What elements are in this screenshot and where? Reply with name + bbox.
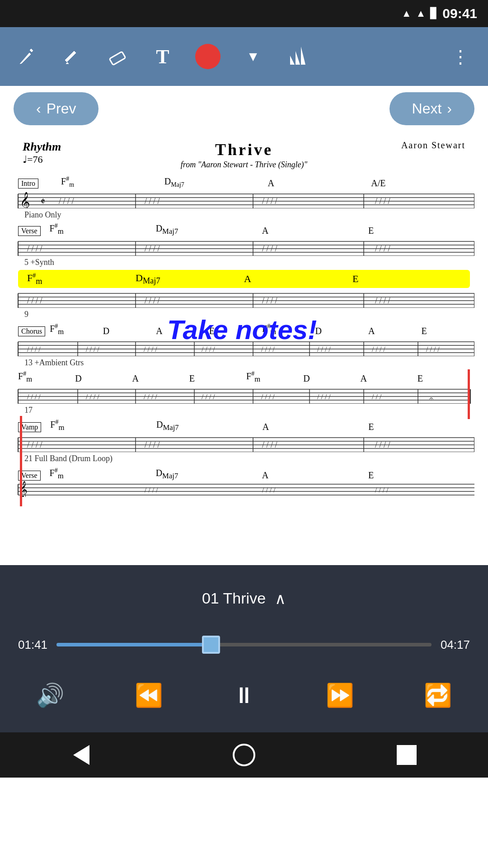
verse1-label: Verse — [18, 226, 41, 236]
controls-row: 🔊 ⏪ ⏸ ⏩ 🔁 — [18, 682, 470, 708]
svg-text:/ / / /: / / / / — [145, 486, 158, 494]
progress-thumb[interactable] — [202, 636, 220, 654]
svg-text:/ / / /: / / / / — [262, 197, 277, 206]
back-nav-button[interactable] — [68, 741, 95, 769]
song-info: Thrive from "Aaron Stewart - Thrive (Sin… — [181, 140, 307, 170]
highlight-chord-row: F#m DMaj7 A E — [18, 270, 470, 288]
text-icon[interactable]: T — [149, 43, 176, 70]
progress-row: 01:41 04:17 — [18, 638, 470, 652]
verse1-sublabel: 5 +Synth — [14, 258, 474, 267]
hl-chord-f: F#m — [27, 272, 136, 286]
audio-level-icon[interactable] — [285, 43, 312, 70]
progress-track[interactable] — [56, 643, 432, 646]
intro-sublabel: Piano Only — [14, 210, 474, 220]
svg-text:/ / / /: / / / / — [317, 393, 331, 401]
pause-button[interactable]: ⏸ — [233, 682, 255, 708]
intro-chord-d: DMaj7 — [164, 176, 268, 189]
volume-button[interactable]: 🔊 — [36, 682, 64, 708]
svg-text:/ / / /: / / / / — [144, 393, 157, 401]
player-expand-icon[interactable]: ∧ — [275, 590, 286, 608]
svg-text:/ / / /: / / / / — [27, 345, 41, 353]
player-bar: 01 Thrive ∧ 01:41 04:17 🔊 ⏪ ⏸ ⏩ 🔁 — [0, 565, 488, 732]
intro-chord-ae: A/E — [371, 178, 474, 189]
chorus-label: Chorus — [18, 326, 45, 336]
recent-nav-button[interactable] — [393, 741, 420, 769]
dropdown-icon[interactable]: ▼ — [239, 43, 267, 70]
v2-d: DMaj7 — [156, 468, 262, 481]
svg-text:/ / / /: / / / / — [375, 244, 390, 253]
v2-a: A — [262, 470, 368, 481]
battery-icon: ▊ — [430, 8, 438, 19]
svg-marker-1 — [290, 56, 295, 65]
svg-text:/ / / /: / / / / — [144, 345, 157, 353]
verse2-staff: 𝄞 / / / / / / / / / / / / — [14, 481, 474, 497]
svg-text:𝄐: 𝄐 — [429, 395, 433, 402]
prev-button[interactable]: ‹ Prev — [14, 92, 99, 125]
verse1-chord-row: Verse F#m DMaj7 A E — [14, 222, 474, 236]
forward-button[interactable]: ⏩ — [326, 682, 354, 708]
song-subtitle: from "Aaron Stewart - Thrive (Single)" — [181, 160, 307, 170]
highlight-staff: / / / / / / / / / / / / / / / / — [14, 288, 474, 308]
verse1-section: Verse F#m DMaj7 A E / / / / / / / / / / — [14, 222, 474, 267]
hl-chord-a: A — [244, 273, 352, 285]
rewind-button[interactable]: ⏪ — [135, 682, 163, 708]
svg-text:/ / / /: / / / / — [59, 197, 74, 206]
ch2-a2: A — [361, 373, 418, 384]
chorus-section: Chorus F#m D A E F#m D A E — [14, 322, 474, 368]
repeat-button[interactable]: 🔁 — [424, 682, 452, 708]
svg-text:/ / / /: / / / / — [145, 440, 160, 449]
svg-text:/ / / /: / / / / — [261, 345, 275, 353]
svg-text:/ / / /: / / / / — [375, 197, 390, 206]
svg-text:/ / /: / / / — [372, 393, 382, 401]
chorus-sublabel: 13 +Ambient Gtrs — [14, 358, 474, 368]
verse1-staff: / / / / / / / / / / / / / / / / — [14, 236, 474, 256]
hl-chord-d: DMaj7 — [136, 272, 244, 286]
svg-marker-3 — [301, 47, 305, 65]
intro-chord-a: A — [268, 178, 371, 189]
chorus2-chord-row: F#m D A E F#m D A E — [14, 369, 474, 384]
song-title: Thrive — [181, 140, 307, 159]
status-icons: ▲ ▲ ▊ — [402, 8, 438, 19]
pen-tool-icon[interactable] — [14, 43, 41, 70]
vamp-sublabel: 21 Full Band (Drum Loop) — [14, 454, 474, 463]
svg-text:𝄵: 𝄵 — [41, 196, 45, 207]
total-time: 04:17 — [441, 638, 470, 652]
svg-rect-0 — [109, 52, 126, 65]
measure-17: 17 — [14, 406, 474, 415]
more-options-icon[interactable]: ⋮ — [447, 43, 474, 70]
chorus2-section: F#m D A E F#m D A E — [14, 369, 474, 415]
svg-text:/ / / /: / / / / — [145, 296, 160, 305]
recent-square-icon — [397, 745, 417, 765]
vamp-chord-row: Vamp F#m DMaj7 A E — [14, 418, 474, 432]
v2-f: F#m — [45, 467, 156, 481]
chorus-c2-d: D — [315, 326, 368, 336]
sheet-music-area: Rhythm ♩=76 Thrive from "Aaron Stewart -… — [0, 131, 488, 565]
svg-text:/ / / /: / / / / — [202, 345, 215, 353]
home-nav-button[interactable] — [230, 741, 258, 769]
verse1-chord-e: E — [368, 226, 474, 236]
svg-text:/ / / /: / / / / — [375, 296, 390, 305]
chorus-c1-e: E — [209, 326, 262, 336]
next-button[interactable]: Next › — [389, 92, 474, 125]
highlighter-icon[interactable] — [59, 43, 86, 70]
svg-text:/ / / /: / / / / — [27, 296, 42, 305]
ch2-d1: D — [75, 373, 132, 384]
svg-text:/ / / /: / / / / — [375, 440, 390, 449]
svg-text:/ / / /: / / / / — [86, 393, 99, 401]
chorus-c2-e: E — [422, 326, 474, 336]
svg-text:/ / / /: / / / / — [426, 345, 440, 353]
prev-arrow-icon: ‹ — [36, 100, 41, 117]
intro-label: Intro — [18, 179, 38, 189]
chorus-chord-row: Chorus F#m D A E F#m D A E — [14, 322, 474, 336]
record-button[interactable] — [194, 43, 221, 70]
svg-text:/ / / /: / / / / — [261, 393, 275, 401]
svg-text:/ / / /: / / / / — [317, 345, 331, 353]
ch2-a1: A — [132, 373, 189, 384]
sheet-title-row: Rhythm ♩=76 Thrive from "Aaron Stewart -… — [14, 140, 474, 170]
svg-text:/ / / /: / / / / — [262, 440, 277, 449]
verse1-chord-f: F#m — [45, 222, 156, 236]
svg-text:/ / / /: / / / / — [27, 393, 41, 401]
eraser-icon[interactable] — [104, 43, 131, 70]
intro-chord-row: Intro F#m DMaj7 A A/E — [14, 174, 474, 189]
composer-label: Aaron Stewart — [401, 140, 465, 151]
